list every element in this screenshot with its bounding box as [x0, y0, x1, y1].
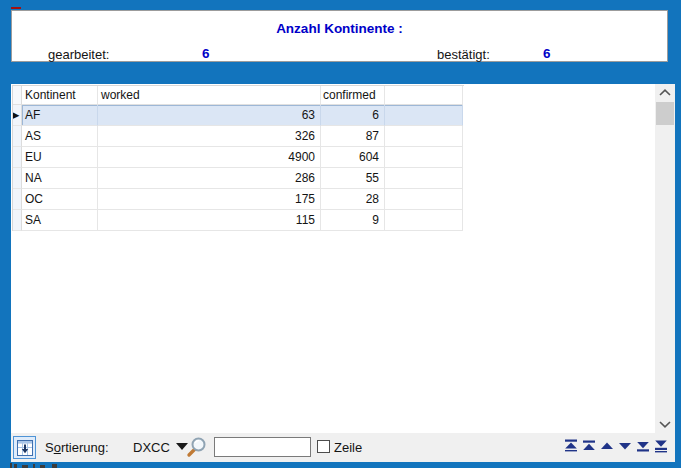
chevron-up-icon: [659, 89, 671, 96]
table-row[interactable]: SA 115 9: [13, 210, 464, 231]
cell-confirmed: 55: [321, 168, 385, 189]
cell-worked: 115: [98, 210, 321, 231]
table-row[interactable]: OC 175 28: [13, 189, 464, 210]
worked-label: gearbeitet:: [48, 47, 109, 62]
cell-confirmed: 604: [321, 147, 385, 168]
summary-panel: Anzahl Kontinente : gearbeitet: 6 bestät…: [11, 10, 668, 62]
cell-empty: [385, 147, 463, 168]
vertical-scrollbar[interactable]: [655, 84, 675, 433]
cell-empty: [385, 189, 463, 210]
sort-label: Sortierung:: [45, 440, 109, 455]
continents-grid: Kontinent worked confirmed ▶ AF 63 6 AS: [12, 85, 464, 231]
nav-last-row-button[interactable]: [654, 439, 668, 453]
clipped-text-artifact: [52, 464, 57, 468]
page-up-icon: [582, 439, 596, 453]
cell-continent: EU: [22, 147, 98, 168]
bottom-toolbar: Sortierung: DXCC Zeile: [11, 433, 675, 462]
nav-first-row-button[interactable]: [564, 439, 578, 453]
current-row-arrow-icon: ▶: [13, 111, 19, 120]
row-up-icon: [600, 439, 614, 453]
row-selector-cell: [13, 168, 22, 189]
row-data-selected: AF 63 6: [22, 105, 463, 126]
cell-worked: 4900: [98, 147, 321, 168]
row-selector-cell: [13, 147, 22, 168]
first-row-icon: [564, 439, 578, 453]
clipped-text-artifact: [14, 464, 17, 468]
row-selector-cell: [13, 189, 22, 210]
cell-empty: [385, 168, 463, 189]
row-down-icon: [618, 439, 632, 453]
red-marker: [11, 7, 21, 9]
table-row[interactable]: ▶ AF 63 6: [13, 105, 464, 126]
column-header-confirmed[interactable]: confirmed: [321, 86, 385, 105]
cell-continent: OC: [22, 189, 98, 210]
table-row[interactable]: EU 4900 604: [13, 147, 464, 168]
table-row[interactable]: NA 286 55: [13, 168, 464, 189]
cell-continent: AF: [22, 105, 98, 126]
nav-page-up-button[interactable]: [582, 439, 596, 453]
grid-header-row: Kontinent worked confirmed: [13, 86, 464, 105]
row-selector-cell: [13, 126, 22, 147]
cell-continent: AS: [22, 126, 98, 147]
chevron-down-icon: [659, 421, 671, 428]
cell-empty: [385, 210, 463, 231]
cell-confirmed: 6: [321, 105, 385, 126]
cell-worked: 175: [98, 189, 321, 210]
cell-worked: 326: [98, 126, 321, 147]
zeile-checkbox[interactable]: [317, 440, 330, 453]
confirmed-label: bestätigt:: [437, 47, 490, 62]
last-row-icon: [654, 439, 668, 453]
scroll-up-button[interactable]: [655, 85, 675, 100]
clipped-text-artifact: [33, 464, 35, 468]
search-icon[interactable]: [185, 436, 208, 462]
column-header-empty: [385, 86, 463, 105]
row-selector-cell: [13, 210, 22, 231]
cell-confirmed: 9: [321, 210, 385, 231]
cell-empty: [385, 126, 463, 147]
row-selector-cell: ▶: [13, 105, 22, 126]
nav-page-down-button[interactable]: [636, 439, 650, 453]
cell-worked: 63: [98, 105, 321, 126]
nav-row-down-button[interactable]: [618, 439, 632, 453]
column-header-worked[interactable]: worked: [98, 86, 321, 105]
record-navigation: [564, 439, 668, 453]
grid-header-selector-cell: [13, 86, 22, 105]
cell-empty: [385, 105, 463, 126]
cell-worked: 286: [98, 168, 321, 189]
zeile-checkbox-label: Zeile: [334, 440, 362, 455]
clipped-text-artifact: [10, 463, 12, 468]
main-area: Kontinent worked confirmed ▶ AF 63 6 AS: [11, 84, 675, 462]
cell-continent: NA: [22, 168, 98, 189]
search-input[interactable]: [214, 437, 311, 457]
worked-value: 6: [202, 46, 210, 61]
nav-row-up-button[interactable]: [600, 439, 614, 453]
grid-options-button[interactable]: [13, 436, 36, 459]
page-down-icon: [636, 439, 650, 453]
column-header-kontinent[interactable]: Kontinent: [22, 86, 98, 105]
panel-title: Anzahl Kontinente :: [12, 21, 667, 36]
grid-arrow-icon: [17, 440, 33, 456]
cell-confirmed: 87: [321, 126, 385, 147]
scroll-down-button[interactable]: [655, 417, 675, 432]
cell-continent: SA: [22, 210, 98, 231]
sort-dropdown[interactable]: DXCC: [133, 440, 170, 455]
cell-confirmed: 28: [321, 189, 385, 210]
confirmed-value: 6: [543, 46, 551, 61]
table-row[interactable]: AS 326 87: [13, 126, 464, 147]
scrollbar-thumb[interactable]: [656, 102, 674, 125]
